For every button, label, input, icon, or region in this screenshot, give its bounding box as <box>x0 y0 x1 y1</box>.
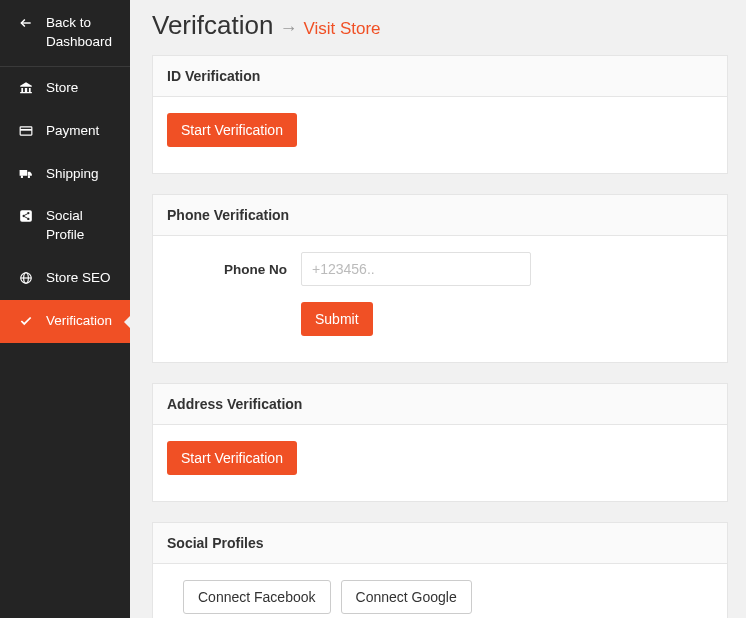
panel-body: Connect Facebook Connect Google <box>153 564 727 618</box>
svg-rect-3 <box>20 211 32 223</box>
sidebar-item-shipping[interactable]: Shipping <box>0 153 130 196</box>
phone-verification-panel: Phone Verification Phone No Submit <box>152 194 728 363</box>
panel-body: Start Verification <box>153 97 727 173</box>
sidebar-item-label: Back to Dashboard <box>46 14 120 52</box>
social-profiles-panel: Social Profiles Connect Facebook Connect… <box>152 522 728 618</box>
page-title-text: Verifcation <box>152 10 273 41</box>
truck-icon <box>18 167 34 181</box>
panel-header: Address Verification <box>153 384 727 425</box>
globe-icon <box>18 271 34 285</box>
panel-body: Phone No Submit <box>153 236 727 362</box>
card-icon <box>18 124 34 138</box>
main-content: Verifcation → Visit Store ID Verificatio… <box>130 0 746 618</box>
address-verification-panel: Address Verification Start Verification <box>152 383 728 502</box>
panel-header: Phone Verification <box>153 195 727 236</box>
sidebar-item-verification[interactable]: Verification <box>0 300 130 343</box>
svg-rect-1 <box>20 127 32 135</box>
sidebar-item-label: Store <box>46 79 120 98</box>
sidebar-item-label: Social Profile <box>46 207 120 245</box>
check-icon <box>18 314 34 328</box>
phone-label: Phone No <box>167 262 287 277</box>
connect-google-button[interactable]: Connect Google <box>341 580 472 614</box>
sidebar-item-label: Verification <box>46 312 120 331</box>
start-address-verification-button[interactable]: Start Verification <box>167 441 297 475</box>
sidebar-item-store-seo[interactable]: Store SEO <box>0 257 130 300</box>
sidebar-item-back[interactable]: Back to Dashboard <box>0 0 130 67</box>
panel-header: ID Verification <box>153 56 727 97</box>
page-title: Verifcation → Visit Store <box>152 10 728 41</box>
id-verification-panel: ID Verification Start Verification <box>152 55 728 174</box>
arrow-right-icon: → <box>279 18 297 39</box>
visit-store-link[interactable]: Visit Store <box>303 19 380 39</box>
sidebar-item-label: Shipping <box>46 165 120 184</box>
sidebar-item-label: Store SEO <box>46 269 120 288</box>
start-id-verification-button[interactable]: Start Verification <box>167 113 297 147</box>
panel-header: Social Profiles <box>153 523 727 564</box>
sidebar-item-store[interactable]: Store <box>0 67 130 110</box>
connect-facebook-button[interactable]: Connect Facebook <box>183 580 331 614</box>
sidebar-item-payment[interactable]: Payment <box>0 110 130 153</box>
sidebar: Back to Dashboard Store Payment Shipping… <box>0 0 130 618</box>
sidebar-item-label: Payment <box>46 122 120 141</box>
share-icon <box>18 209 34 223</box>
bank-icon <box>18 81 34 95</box>
phone-input[interactable] <box>301 252 531 286</box>
phone-form-row: Phone No <box>167 252 713 286</box>
sidebar-item-social-profile[interactable]: Social Profile <box>0 195 130 257</box>
arrow-left-icon <box>18 16 34 30</box>
submit-phone-button[interactable]: Submit <box>301 302 373 336</box>
panel-body: Start Verification <box>153 425 727 501</box>
